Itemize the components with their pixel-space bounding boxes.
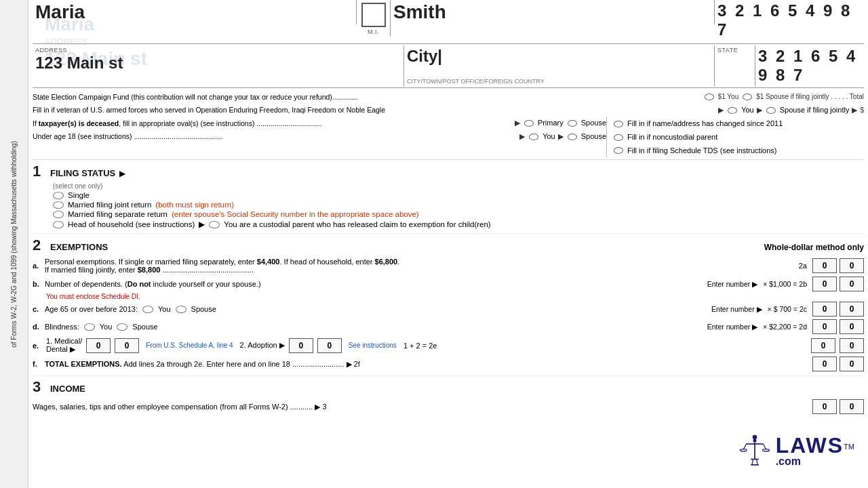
row-e-val1[interactable]: 0 [811, 338, 835, 353]
svg-line-9 [756, 459, 757, 464]
filing-options: (select one only) Single Married filing … [33, 182, 864, 229]
ssn-value: 3 2 1 6 5 4 9 8 7 [717, 1, 852, 39]
exemption-row-a: a. Personal exemptions. If single or mar… [33, 256, 864, 275]
campaign-section: State Election Campaign Fund (this contr… [33, 89, 864, 160]
mi-label: M.I. [359, 28, 387, 35]
campaign-row-3: If taxpayer(s) is deceased, fill in appr… [33, 117, 606, 130]
row-c-val2[interactable]: 0 [840, 302, 864, 317]
see-instructions[interactable]: See instructions [349, 342, 397, 349]
row-e-box4[interactable]: 0 [317, 338, 342, 353]
row-f-val2[interactable]: 0 [840, 357, 864, 371]
oval-married-sep[interactable] [53, 211, 64, 218]
row-b-text: Number of dependents. (Do not include yo… [45, 280, 705, 288]
row-b-val1[interactable]: 0 [812, 277, 837, 291]
campaign-oval-5[interactable] [524, 120, 534, 127]
exemption-row-f: f. TOTAL EXEMPTIONS. Add lines 2a throug… [33, 355, 864, 373]
row-d-val1[interactable]: 0 [812, 319, 837, 334]
city-value: City| [407, 47, 711, 66]
section2-header: 2 EXEMPTIONS Whole-dollar method only [33, 237, 864, 254]
row-b-val2[interactable]: 0 [840, 277, 864, 291]
row-b-letter: b. [33, 280, 42, 288]
oval-single[interactable] [53, 192, 64, 199]
campaign-oval-6[interactable] [568, 120, 577, 127]
campaign-oval-4[interactable] [766, 107, 776, 114]
campaign-oval-8[interactable] [568, 134, 577, 140]
campaign-text-4: Under age 18 (see instructions) ........… [33, 131, 517, 142]
row-e-val2[interactable]: 0 [840, 338, 864, 353]
fill-text-1: Fill in if name/address has changed sinc… [627, 118, 783, 130]
section1-header: 1 FILING STATUS ▶ [33, 163, 864, 180]
oval-married-joint[interactable] [53, 201, 64, 209]
campaign-oval-2[interactable] [743, 94, 752, 100]
campaign-oval-1[interactable] [705, 94, 714, 100]
row-d-you: You [100, 323, 113, 331]
campaign-you-label: $1 You [718, 92, 739, 102]
row-a-val1[interactable]: 0 [812, 258, 837, 273]
option-married-sep: Married filing separate return [68, 210, 167, 218]
mi-box[interactable] [361, 3, 386, 27]
row3-container: If taxpayer(s) is deceased, fill in appr… [33, 117, 864, 158]
option-hoh: Head of household (see instructions) [68, 220, 195, 228]
arrow-4b: ▶ [558, 131, 564, 143]
filing-row-married-sep: Married filing separate return (enter sp… [53, 210, 864, 218]
row-f-val1[interactable]: 0 [812, 357, 837, 371]
row-e-ref: 1 + 2 = 2e [403, 342, 807, 350]
campaign-dots: ............. [332, 93, 358, 101]
svg-point-6 [762, 449, 769, 451]
you-label-2: You [741, 104, 754, 117]
row-d-enter: Enter number ▶ [707, 323, 758, 331]
row-c-you-oval[interactable] [142, 306, 153, 313]
schedule-a-link[interactable]: From U.S. Schedule A, line 4 [146, 342, 233, 349]
oval-hoh[interactable] [53, 221, 64, 228]
row-c-spouse: Spouse [191, 305, 709, 313]
select-note: (select one only) [53, 182, 864, 190]
section-3-block: 3 INCOME Wages, salaries, tips and other… [33, 376, 864, 418]
section3-title: INCOME [50, 384, 85, 394]
campaign-oval-3[interactable] [728, 107, 737, 114]
row-d-val2[interactable]: 0 [840, 319, 864, 334]
fill-row-2: Fill in if noncustodial parent [612, 131, 864, 144]
row-c-text: Age 65 or over before 2013: [45, 305, 138, 313]
oval-hoh-2[interactable] [209, 221, 220, 228]
row-d-spouse-oval[interactable] [117, 323, 127, 331]
row-c-spouse-oval[interactable] [176, 306, 186, 313]
campaign-oval-7[interactable] [529, 134, 538, 140]
last-name-block: Smith [391, 0, 715, 24]
row-b-multiply: × $1,000 = 2b [763, 280, 807, 288]
row-f-dots: ......................... [292, 360, 344, 368]
option-hoh-note: You are a custodial parent who has relea… [224, 220, 490, 228]
svg-point-11 [752, 434, 757, 439]
fill-oval-3[interactable] [614, 147, 623, 154]
filing-row-hoh: Head of household (see instructions) ▶ Y… [53, 220, 864, 229]
row-d-you-oval[interactable] [84, 323, 95, 331]
whole-dollar-label: Whole-dollar method only [764, 243, 864, 252]
section1-arrow: ▶ [119, 169, 125, 178]
section3-header: 3 INCOME [33, 378, 864, 396]
fill-oval-2[interactable] [614, 134, 623, 141]
wages-val2[interactable]: 0 [840, 399, 864, 414]
row-e-box1[interactable]: 0 [86, 338, 111, 353]
row-a-dots: ........................................… [162, 266, 253, 274]
wages-val1[interactable]: 0 [812, 399, 837, 414]
row-a-text: Personal exemptions. If single or marrie… [45, 258, 793, 274]
arrow-3: ▶ [515, 117, 520, 129]
row-c-val1[interactable]: 0 [812, 302, 837, 317]
primary-layer: Maria M.I. Smith 3 2 1 6 5 4 9 8 7 [28, 0, 868, 418]
section1-title: FILING STATUS [50, 168, 115, 178]
fill-oval-1[interactable] [614, 121, 623, 127]
campaign-text-3: If taxpayer(s) is deceased, fill in appr… [33, 118, 512, 129]
arrow-4: ▶ [519, 131, 525, 143]
row-e-box2[interactable]: 0 [115, 338, 139, 353]
option-married-joint: Married filing joint return [68, 201, 151, 209]
row-a-val2[interactable]: 0 [840, 258, 864, 273]
dots-4: ........................................… [134, 132, 222, 140]
laws-watermark: LAWSTM .com [738, 433, 854, 468]
row-b-enter: Enter number ▶ [707, 280, 758, 288]
laws-name: LAWS [776, 433, 844, 458]
row-e-text1: 1. Medical/Dental ▶ [46, 337, 82, 354]
campaign-row-1: State Election Campaign Fund (this contr… [33, 91, 864, 104]
fill-text-3: Fill in if filing Schedule TDS (see inst… [627, 145, 777, 157]
campaign-text-1: State Election Campaign Fund (this contr… [33, 92, 701, 103]
dots-3: ................................. [256, 119, 321, 127]
row-e-box3[interactable]: 0 [289, 338, 313, 353]
